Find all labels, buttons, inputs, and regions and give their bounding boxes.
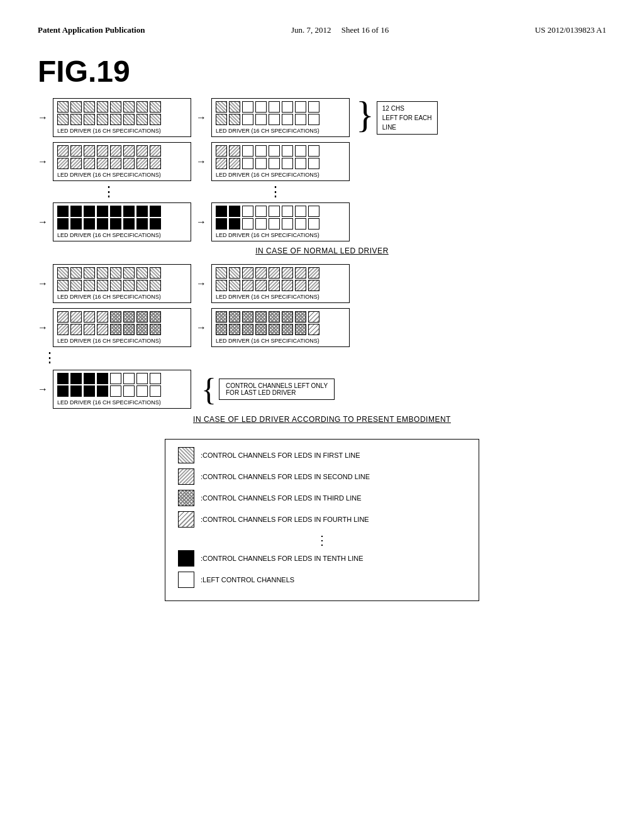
driver-label: LED DRIVER (16 CH SPECIFICATIONS) [57, 399, 161, 406]
cells-row [57, 158, 161, 169]
driver-label: LED DRIVER (16 CH SPECIFICATIONS) [57, 128, 161, 134]
driver-label: LED DRIVER (16 CH SPECIFICATIONS) [57, 232, 161, 238]
cell [70, 280, 82, 291]
driver-block-1b: LED DRIVER (16 CH SPECIFICATIONS) [211, 98, 350, 137]
cell [242, 311, 253, 323]
cell [295, 324, 306, 335]
cell [136, 101, 148, 113]
driver-block-e1b: LED DRIVER (16 CH SPECIFICATIONS) [211, 264, 350, 303]
cell [57, 324, 69, 335]
cell [282, 206, 293, 217]
cell [110, 206, 121, 217]
arrow8: → [196, 278, 206, 289]
cells-row [57, 101, 161, 113]
date: Jun. 7, 2012 [291, 25, 331, 35]
cell [70, 267, 82, 279]
emb-row3: → [38, 370, 335, 409]
cell [57, 158, 69, 169]
legend-cell-filled [178, 550, 194, 567]
cell [123, 158, 135, 169]
cells-row [57, 145, 161, 157]
emb-row2: → [38, 308, 606, 347]
legend-text-1: :CONTROL CHANNELS FOR LEDS IN FIRST LINE [201, 451, 360, 459]
legend-item-6: :LEFT CONTROL CHANNELS [178, 572, 466, 588]
cell [110, 101, 121, 113]
cell [57, 385, 69, 397]
cell [269, 218, 280, 230]
cell [97, 158, 108, 169]
brace-line2: LEFT FOR EACH [382, 113, 432, 123]
cell [136, 145, 148, 157]
driver-block-3a: LED DRIVER (16 CH SPECIFICATIONS) [53, 202, 191, 241]
cells-row [57, 373, 161, 384]
cell [97, 206, 108, 217]
normal-caption: IN CASE OF NORMAL LED DRIVER [38, 246, 606, 255]
cell [110, 218, 121, 230]
cell [110, 114, 121, 125]
cell [255, 267, 267, 279]
cell [150, 218, 161, 230]
brace-container: } 12 CHS LEFT FOR EACH LINE [356, 101, 438, 135]
cell [229, 114, 240, 125]
cell [123, 373, 135, 384]
cell [123, 385, 135, 397]
cell [57, 101, 69, 113]
cell [216, 114, 227, 125]
cell [295, 218, 306, 230]
cell [308, 280, 319, 291]
cell [229, 324, 240, 335]
normal-row3: → [38, 202, 606, 241]
cell [308, 101, 319, 113]
arrow1: → [38, 112, 48, 123]
cell [216, 158, 227, 169]
cell [295, 101, 306, 113]
cell [229, 158, 240, 169]
cell [136, 267, 148, 279]
driver-label: LED DRIVER (16 CH SPECIFICATIONS) [216, 338, 319, 344]
cell [70, 311, 82, 323]
cell [110, 311, 121, 323]
cell [97, 218, 108, 230]
cell [282, 218, 293, 230]
cell [84, 373, 95, 384]
legend-item-4: :CONTROL CHANNELS FOR LEDS IN FOURTH LIN… [178, 511, 466, 528]
driver-label: LED DRIVER (16 CH SPECIFICATIONS) [57, 338, 161, 344]
legend-text-6: :LEFT CONTROL CHANNELS [201, 576, 294, 584]
publication-label: Patent Application Publication [38, 25, 145, 35]
cell [269, 158, 280, 169]
cell [295, 280, 306, 291]
cell [255, 280, 267, 291]
figure-title: FIG.19 [38, 54, 606, 89]
cell [255, 158, 267, 169]
cells-row [216, 206, 319, 217]
driver-block-3b: LED DRIVER (16 CH SPECIFICATIONS) [211, 202, 350, 241]
cell [242, 206, 253, 217]
cell [123, 206, 135, 217]
dots-right: ⋮ [201, 184, 352, 200]
legend-text-2: :CONTROL CHANNELS FOR LEDS IN SECOND LIN… [201, 473, 370, 480]
cell [110, 280, 121, 291]
cell [110, 385, 121, 397]
cell [269, 145, 280, 157]
cell [84, 267, 95, 279]
cell [295, 267, 306, 279]
cell [70, 145, 82, 157]
driver-label: LED DRIVER (16 CH SPECIFICATIONS) [57, 294, 161, 300]
legend-cell-diag [178, 468, 194, 485]
cell [150, 114, 161, 125]
cell [242, 145, 253, 157]
cell [97, 373, 108, 384]
arrow9: → [38, 322, 48, 333]
cell [136, 373, 148, 384]
cell [282, 280, 293, 291]
brace-right: } [356, 97, 374, 131]
cell [282, 267, 293, 279]
cell [216, 145, 227, 157]
control-note-line1: CONTROL CHANNELS LEFT ONLY [226, 382, 328, 389]
normal-row2: → [38, 142, 606, 181]
cell [255, 324, 267, 335]
cell [150, 373, 161, 384]
legend-cell-hatch [178, 447, 194, 463]
cell [242, 324, 253, 335]
cell [123, 267, 135, 279]
